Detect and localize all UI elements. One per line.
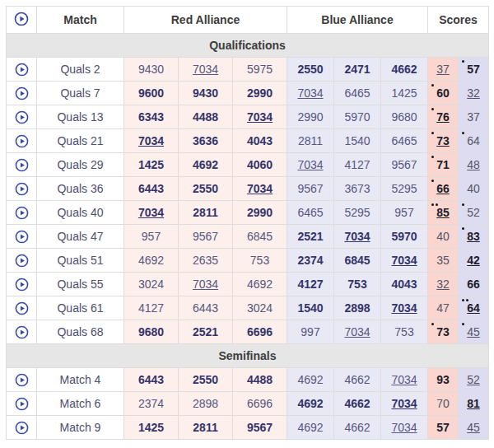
team-number-link[interactable]: 2990 (233, 201, 287, 225)
team-number-link[interactable]: 3673 (334, 177, 381, 201)
team-number-link[interactable]: 9430 (124, 58, 179, 82)
team-number-link[interactable]: 3636 (179, 129, 233, 153)
team-number-link[interactable]: 7034 (233, 177, 287, 201)
team-number-link[interactable]: 1425 (381, 82, 428, 105)
team-number-link[interactable]: 7034 (124, 201, 179, 225)
team-number-link[interactable]: 5295 (381, 177, 428, 201)
team-number-link[interactable]: 4662 (381, 58, 428, 82)
team-number-link[interactable]: 6465 (381, 129, 428, 153)
team-number-link[interactable]: 6343 (124, 105, 179, 129)
team-number-link[interactable]: 2374 (287, 249, 334, 273)
team-number-link[interactable]: 4127 (124, 296, 179, 320)
team-number-link[interactable]: 1540 (334, 129, 381, 153)
team-number-link[interactable]: 5975 (233, 58, 287, 82)
team-number-link[interactable]: 6465 (334, 82, 381, 105)
team-number-link[interactable]: 7034 (381, 416, 428, 440)
play-circle-icon[interactable] (15, 206, 29, 220)
match-link[interactable]: Quals 13 (57, 110, 103, 124)
team-number-link[interactable]: 7034 (381, 296, 428, 320)
team-number-link[interactable]: 957 (381, 201, 428, 225)
match-link[interactable]: Match 9 (60, 421, 101, 434)
play-circle-icon[interactable] (15, 301, 29, 315)
team-number-link[interactable]: 2550 (179, 368, 233, 392)
match-link[interactable]: Quals 68 (57, 325, 103, 338)
team-number-link[interactable]: 753 (334, 273, 381, 296)
team-number-link[interactable]: 4127 (287, 273, 334, 296)
team-number-link[interactable]: 7034 (124, 129, 179, 153)
play-circle-icon[interactable] (15, 110, 29, 124)
play-circle-icon[interactable] (15, 63, 29, 77)
match-link[interactable]: Quals 7 (60, 86, 100, 100)
team-number-link[interactable]: 6696 (233, 392, 287, 416)
team-number-link[interactable]: 4662 (334, 392, 381, 416)
team-number-link[interactable]: 2811 (287, 129, 334, 153)
team-number-link[interactable]: 4043 (233, 129, 287, 153)
play-circle-icon[interactable] (15, 325, 29, 339)
team-number-link[interactable]: 5970 (334, 105, 381, 129)
team-number-link[interactable]: 4060 (233, 153, 287, 177)
team-number-link[interactable]: 753 (381, 320, 428, 344)
match-link[interactable]: Match 6 (60, 397, 101, 410)
team-number-link[interactable]: 1425 (124, 153, 179, 177)
team-number-link[interactable]: 7034 (381, 368, 428, 392)
team-number-link[interactable]: 2990 (287, 105, 334, 129)
team-number-link[interactable]: 2898 (334, 296, 381, 320)
team-number-link[interactable]: 9680 (124, 320, 179, 344)
team-number-link[interactable]: 6845 (233, 225, 287, 249)
team-number-link[interactable]: 997 (287, 320, 334, 344)
match-link[interactable]: Quals 55 (57, 278, 103, 291)
play-circle-icon[interactable] (15, 373, 29, 387)
play-circle-icon[interactable] (15, 158, 29, 172)
play-circle-icon[interactable] (15, 278, 29, 292)
team-number-link[interactable]: 9567 (233, 416, 287, 440)
play-circle-icon[interactable] (15, 421, 29, 435)
team-number-link[interactable]: 1540 (287, 296, 334, 320)
team-number-link[interactable]: 7034 (334, 225, 381, 249)
team-number-link[interactable]: 4662 (334, 416, 381, 440)
team-number-link[interactable]: 7034 (287, 82, 334, 105)
team-number-link[interactable]: 2990 (233, 82, 287, 105)
team-number-link[interactable]: 3024 (233, 296, 287, 320)
team-number-link[interactable]: 9567 (287, 177, 334, 201)
play-circle-icon[interactable] (15, 182, 29, 196)
team-number-link[interactable]: 6443 (124, 368, 179, 392)
team-number-link[interactable]: 4043 (381, 273, 428, 296)
team-number-link[interactable]: 9567 (381, 153, 428, 177)
team-number-link[interactable]: 2898 (179, 392, 233, 416)
team-number-link[interactable]: 2811 (179, 201, 233, 225)
match-link[interactable]: Match 4 (60, 373, 101, 386)
match-link[interactable]: Quals 51 (57, 254, 103, 267)
play-circle-icon[interactable] (15, 134, 29, 148)
match-link[interactable]: Quals 21 (57, 134, 103, 147)
team-number-link[interactable]: 9600 (124, 82, 179, 105)
play-circle-icon[interactable] (15, 86, 29, 100)
team-number-link[interactable]: 957 (124, 225, 179, 249)
team-number-link[interactable]: 6845 (334, 249, 381, 273)
match-link[interactable]: Quals 40 (57, 206, 103, 219)
team-number-link[interactable]: 7034 (334, 320, 381, 344)
team-number-link[interactable]: 4692 (287, 392, 334, 416)
team-number-link[interactable]: 3024 (124, 273, 179, 296)
team-number-link[interactable]: 2374 (124, 392, 179, 416)
team-number-link[interactable]: 4692 (287, 368, 334, 392)
team-number-link[interactable]: 7034 (381, 249, 428, 273)
team-number-link[interactable]: 4692 (124, 249, 179, 273)
team-number-link[interactable]: 5295 (334, 201, 381, 225)
team-number-link[interactable]: 7034 (287, 153, 334, 177)
team-number-link[interactable]: 2521 (287, 225, 334, 249)
team-number-link[interactable]: 2550 (179, 177, 233, 201)
team-number-link[interactable]: 5970 (381, 225, 428, 249)
team-number-link[interactable]: 753 (233, 249, 287, 273)
match-link[interactable]: Quals 61 (57, 301, 103, 315)
team-number-link[interactable]: 6465 (287, 201, 334, 225)
match-link[interactable]: Quals 47 (57, 230, 103, 243)
team-number-link[interactable]: 2550 (287, 58, 334, 82)
play-circle-icon[interactable] (15, 254, 29, 268)
team-number-link[interactable]: 9680 (381, 105, 428, 129)
match-link[interactable]: Quals 2 (60, 63, 100, 76)
team-number-link[interactable]: 6696 (233, 320, 287, 344)
team-number-link[interactable]: 4692 (179, 153, 233, 177)
team-number-link[interactable]: 4127 (334, 153, 381, 177)
team-number-link[interactable]: 7034 (233, 105, 287, 129)
team-number-link[interactable]: 4692 (233, 273, 287, 296)
